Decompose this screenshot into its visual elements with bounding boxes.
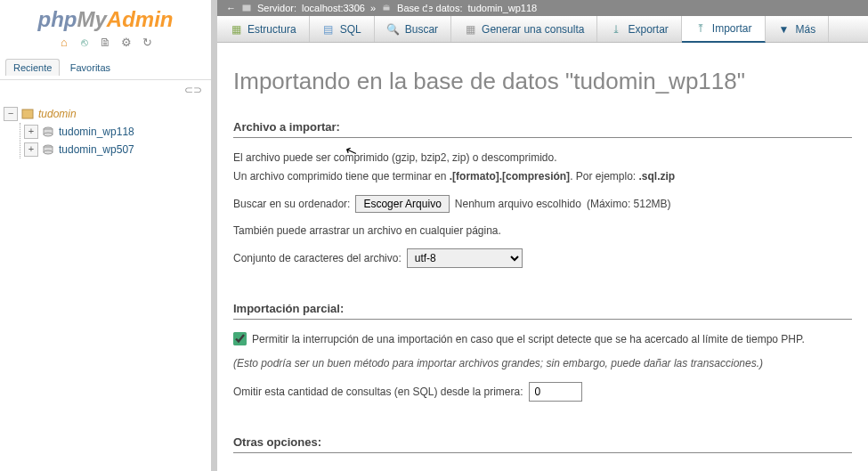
file-info-2b: .[formato].[compresión] <box>450 170 570 183</box>
tree-item[interactable]: + tudomin_wp118 <box>24 123 207 141</box>
settings-icon[interactable]: ⚙ <box>119 36 134 50</box>
logo[interactable]: phpMyAdmin <box>0 0 211 34</box>
allow-interrupt-row: Permitir la interrupción de una importac… <box>233 332 852 345</box>
main-tabs: ▦Estructura ▤SQL 🔍Buscar ▦Generar una co… <box>217 16 868 43</box>
no-file-text: Nenhum arquivo escolhido <box>455 198 581 210</box>
db-tree: − tudomin + tudomin_wp118 + tudomin_wp50… <box>0 100 211 164</box>
tab-search-label: Buscar <box>405 23 438 36</box>
logo-my: My <box>77 7 106 31</box>
section-file-heading: Archivo a importar: <box>233 120 852 138</box>
allow-interrupt-checkbox[interactable] <box>233 332 247 345</box>
file-browse-row: Buscar en su ordenador: Escoger Arquivo … <box>233 195 852 213</box>
tree-children: + tudomin_wp118 + tudomin_wp507 <box>20 123 207 158</box>
expand-icon[interactable]: + <box>24 125 38 139</box>
skip-input[interactable] <box>529 382 582 402</box>
content: Importando en la base de datos "tudomin_… <box>217 43 868 453</box>
bc-server-label: Servidor: <box>257 3 296 13</box>
tab-structure[interactable]: ▦Estructura <box>217 16 310 42</box>
file-info-2: Un archivo comprimido tiene que terminar… <box>233 169 852 184</box>
drag-info: También puede arrastrar un archivo en cu… <box>233 223 852 239</box>
server-icon <box>20 107 35 121</box>
import-icon: ⤒ <box>694 22 707 35</box>
file-info-2c: . Por ejemplo: <box>570 170 638 183</box>
sidebar: phpMyAdmin ⌂ ⎋ 🗎 ⚙ ↻ Reciente Favoritas … <box>0 0 212 471</box>
file-info-2d: .sql.zip <box>639 170 676 183</box>
logout-icon[interactable]: ⎋ <box>77 36 92 50</box>
section-other-heading: Otras opciones: <box>233 435 852 453</box>
chevron-down-icon: ▼ <box>778 23 791 36</box>
charset-label: Conjunto de caracteres del archivo: <box>233 252 402 264</box>
choose-file-button[interactable]: Escoger Arquivo <box>355 195 449 213</box>
logo-php: php <box>38 7 77 31</box>
skip-row: Omitir esta cantidad de consultas (en SQ… <box>233 382 852 402</box>
tree-root-label: tudomin <box>38 108 77 120</box>
tab-more[interactable]: ▼Más <box>766 16 830 42</box>
database-icon <box>381 3 392 13</box>
export-icon: ⤓ <box>610 23 622 36</box>
recent-tabs: Reciente Favoritas <box>0 55 211 80</box>
bc-server-link[interactable]: localhost:3306 <box>302 3 365 13</box>
tree-item-label: tudomin_wp507 <box>59 143 134 156</box>
structure-icon: ▦ <box>230 23 242 36</box>
tab-export-label: Exportar <box>628 23 668 36</box>
svg-rect-9 <box>383 6 390 11</box>
max-size-text: (Máximo: 512MB) <box>587 198 671 210</box>
server-icon <box>241 3 252 13</box>
sidebar-iconbar: ⌂ ⎋ 🗎 ⚙ ↻ <box>0 34 211 55</box>
svg-rect-7 <box>242 4 251 12</box>
logo-admin: Admin <box>107 7 174 31</box>
tab-sql[interactable]: ▤SQL <box>310 16 375 42</box>
tab-more-label: Más <box>796 23 816 36</box>
tab-sql-label: SQL <box>340 23 361 36</box>
tree-item[interactable]: + tudomin_wp507 <box>24 141 207 158</box>
docs-icon[interactable]: 🗎 <box>99 36 113 50</box>
skip-label: Omitir esta cantidad de consultas (en SQ… <box>233 386 523 398</box>
main: ◂ ← Servidor: localhost:3306 » Base de d… <box>212 0 868 471</box>
tab-search[interactable]: 🔍Buscar <box>375 16 451 42</box>
tab-favorites[interactable]: Favoritas <box>63 60 118 76</box>
home-icon[interactable]: ⌂ <box>57 36 71 50</box>
collapse-icon[interactable]: − <box>4 107 18 121</box>
database-icon <box>41 142 55 157</box>
partial-note: (Esto podría ser un buen método para imp… <box>233 356 852 371</box>
svg-point-3 <box>44 133 53 136</box>
svg-point-6 <box>44 150 53 154</box>
tree-root[interactable]: − tudomin <box>4 105 207 123</box>
tab-import[interactable]: ⤒Importar <box>682 16 766 43</box>
browse-label: Buscar en su ordenador: <box>233 198 350 210</box>
bc-db-label: Base de datos: <box>397 3 462 13</box>
file-info-2a: Un archivo comprimido tiene que terminar… <box>233 170 450 183</box>
bc-db-link[interactable]: tudomin_wp118 <box>468 3 538 13</box>
database-icon <box>41 125 55 139</box>
sql-icon: ▤ <box>322 23 335 36</box>
breadcrumb: ← Servidor: localhost:3306 » Base de dat… <box>217 0 868 16</box>
section-partial-heading: Importación parcial: <box>233 302 852 320</box>
svg-rect-0 <box>22 110 33 118</box>
collapse-link[interactable]: ⊂⊃ <box>0 80 211 100</box>
query-icon: ▦ <box>464 23 476 36</box>
tab-export[interactable]: ⤓Exportar <box>597 16 681 42</box>
charset-select[interactable]: utf-8 <box>407 248 523 268</box>
search-icon: 🔍 <box>387 23 400 36</box>
nav-back-icon[interactable]: ← <box>226 3 236 13</box>
panel-toggle-icon[interactable]: ◂ <box>424 2 429 14</box>
tree-item-label: tudomin_wp118 <box>59 126 134 138</box>
expand-icon[interactable]: + <box>24 142 38 157</box>
bc-separator: » <box>370 3 376 13</box>
tab-query[interactable]: ▦Generar una consulta <box>451 16 597 42</box>
tab-recent[interactable]: Reciente <box>5 59 60 76</box>
page-title: Importando en la base de datos "tudomin_… <box>233 68 852 95</box>
tab-import-label: Importar <box>712 22 752 35</box>
file-info-1: El archivo puede ser comprimido (gzip, b… <box>233 150 852 166</box>
tab-query-label: Generar una consulta <box>482 23 584 36</box>
reload-icon[interactable]: ↻ <box>140 36 154 50</box>
charset-row: Conjunto de caracteres del archivo: utf-… <box>233 248 852 268</box>
allow-interrupt-label: Permitir la interrupción de una importac… <box>252 333 805 345</box>
tab-structure-label: Estructura <box>247 23 296 36</box>
